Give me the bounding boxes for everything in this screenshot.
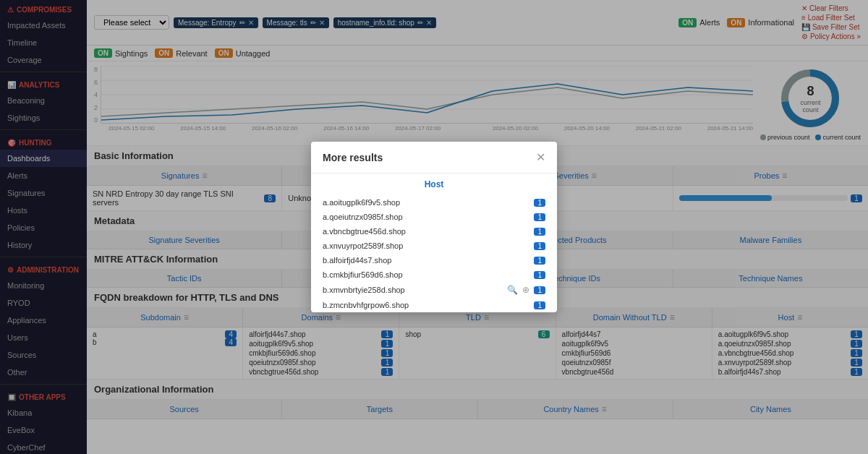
modal-item-4[interactable]: b.alfoirfjd44s7.shop 1	[311, 253, 557, 267]
more-results-modal: More results ✕ Host a.aoitugplk6f9v5.sho…	[311, 142, 557, 312]
modal-item-1[interactable]: a.qoeiutnzx0985f.shop 1	[311, 210, 557, 224]
modal-item-0[interactable]: a.aoitugplk6f9v5.shop 1	[311, 195, 557, 210]
modal-section-title: Host	[311, 174, 557, 195]
modal-overlay[interactable]: More results ✕ Host a.aoitugplk6f9v5.sho…	[0, 0, 868, 454]
modal-item-3[interactable]: a.xnvuyrpot2589f.shop 1	[311, 239, 557, 253]
modal-item-2[interactable]: a.vbncbgtrue456d.shop 1	[311, 224, 557, 239]
modal-item-6[interactable]: b.xmvnbrtyie258d.shop 🔍⊕ 1	[311, 282, 557, 298]
modal-title: More results	[323, 152, 383, 163]
expand-icon[interactable]: ⊕	[522, 285, 529, 295]
zoom-icon[interactable]: 🔍	[507, 285, 518, 295]
modal-items-list: a.aoitugplk6f9v5.shop 1 a.qoeiutnzx0985f…	[311, 195, 557, 312]
modal-close-button[interactable]: ✕	[536, 150, 545, 164]
modal-header: More results ✕	[311, 142, 557, 174]
modal-item-5[interactable]: b.cmkbjfiur569d6.shop 1	[311, 267, 557, 282]
modal-item-7[interactable]: b.zmcnbvhfgrpow6.shop 1	[311, 298, 557, 312]
